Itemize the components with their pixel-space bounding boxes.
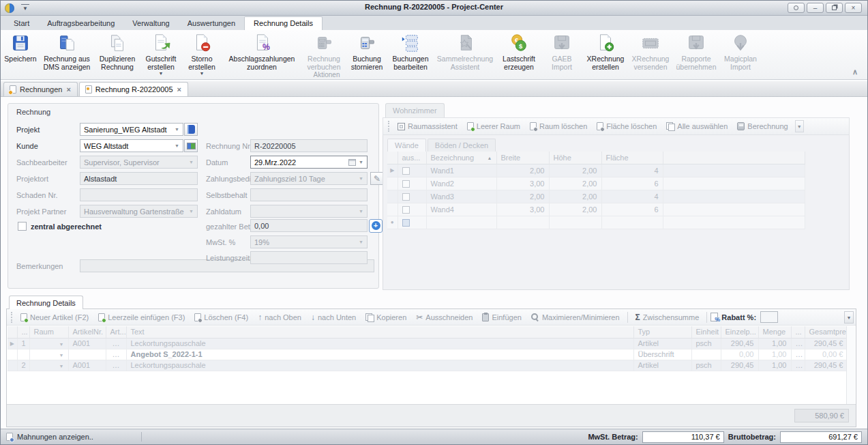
- ribbon-tab-auftragsbearbeitung[interactable]: Auftragsbearbeitung: [38, 17, 123, 30]
- delete-area-icon: [597, 122, 603, 130]
- statusbar-separator: [141, 432, 142, 442]
- duplicate-invoice-button[interactable]: Duplizieren Rechnung: [95, 31, 140, 72]
- green-dot-icon: [102, 318, 106, 323]
- current-row-icon: ▶: [387, 164, 398, 177]
- collective-invoice-wizard-button: Sammelrechnung Assistent: [433, 31, 497, 72]
- fullscreen-button[interactable]: [788, 3, 805, 13]
- wall-row: ▶ Wand1 2,00 2,00 4: [387, 164, 805, 177]
- toolbar-separator: [706, 312, 707, 323]
- mwst-betrag-label: MwSt. Betrag:: [588, 433, 638, 441]
- create-direct-debit-button[interactable]: €$ Lastschrift erzeugen: [497, 31, 541, 72]
- cash-register-cancel-icon: [357, 33, 377, 53]
- schaden-nr-field: [80, 188, 198, 201]
- rabatt-input[interactable]: [760, 311, 778, 323]
- minimize-button[interactable]: –: [807, 3, 824, 13]
- col-flaeche: Fläche: [601, 152, 663, 164]
- new-row-icon: ●: [387, 216, 398, 229]
- tab-rechnung-details[interactable]: Rechnung Details: [9, 296, 83, 309]
- close-button[interactable]: ×: [845, 3, 862, 13]
- assign-partial-payments-button[interactable]: % Abschlagszahlungen zuordnen: [222, 31, 302, 72]
- duplicate-documents-icon: [107, 33, 128, 53]
- kunde-lookup-button[interactable]: [184, 139, 198, 152]
- create-xrechnung-button[interactable]: XRechnung erstellen: [583, 31, 628, 72]
- chevron-down-icon: ▼: [59, 364, 64, 369]
- projekt-combobox[interactable]: Sanierung_WEG Altstadt▼: [80, 123, 183, 136]
- restore-button[interactable]: [826, 3, 843, 13]
- orange-dot-icon: [86, 87, 90, 91]
- toolbar-overflow-dropdown[interactable]: ▼: [844, 311, 854, 324]
- zentral-abgerechnet-checkbox[interactable]: [18, 222, 27, 231]
- green-dot-icon: [24, 318, 29, 323]
- ribbon-tab-auswertungen[interactable]: Auswertungen: [179, 17, 244, 30]
- row-checkbox: [402, 167, 410, 175]
- invoice-document-icon: [85, 85, 92, 94]
- chevron-down-icon: ▼: [189, 209, 194, 214]
- invoice-form-group: Rechnung Projekt Sanierung_WEG Altstadt▼…: [8, 103, 379, 289]
- sachbearbeiter-label: Sachbearbeiter: [16, 158, 68, 167]
- toolbar-overflow-dropdown[interactable]: ▼: [795, 120, 804, 132]
- ellipsis-button: …: [106, 338, 126, 349]
- magicplan-import-button: Magicplan Import: [719, 31, 762, 72]
- col-einzelpreis: Einzelp...: [721, 326, 758, 338]
- rechnung-nr-label: Rechnung Nr.: [206, 142, 252, 150]
- green-dot-icon: [470, 127, 475, 132]
- col-typ: Typ: [633, 326, 691, 338]
- col-bezeichnung: Bezeichnung▲: [426, 152, 496, 164]
- col-breite: Breite: [496, 152, 549, 164]
- ellipsis-button: …: [106, 349, 126, 360]
- vertical-scrollbar[interactable]: [846, 326, 855, 405]
- add-payment-button[interactable]: +: [369, 219, 383, 233]
- select-all-button: Alle auswählen: [662, 121, 732, 132]
- edit-postings-button[interactable]: Buchungen bearbeiten: [388, 31, 433, 72]
- show-invoice-from-dms-button[interactable]: Rechnung aus DMS anzeigen: [39, 31, 95, 72]
- invoice-items-table: ... Raum ArtikelNr. Art... Text Typ Einh…: [8, 326, 848, 371]
- discount-icon: %: [710, 313, 719, 321]
- book-icon: [188, 125, 195, 134]
- delete-room-button: Raum löschen: [526, 121, 591, 132]
- projekt-lookup-button[interactable]: [184, 123, 198, 136]
- doc-tab-rechnung-r20220005[interactable]: Rechnung R-20220005 ×: [79, 82, 188, 96]
- chevron-down-icon[interactable]: ▼: [175, 143, 179, 148]
- col-menge: Menge: [758, 326, 791, 338]
- col-raum: Raum: [29, 326, 68, 338]
- zentral-abgerechnet-label: zentral abgerechnet: [31, 222, 102, 231]
- selbstbehalt-label: Selbstbehalt: [206, 191, 248, 199]
- bruttobetrag-label: Bruttobetrag:: [728, 433, 776, 441]
- chevron-down-icon: ▼: [189, 160, 194, 164]
- gezahlter-betrag-field: 0,00: [250, 219, 368, 232]
- save-button[interactable]: Speichern: [2, 31, 39, 70]
- show-reminders-link[interactable]: Mahnungen anzeigen..: [6, 433, 93, 441]
- delete-area-button: Fläche löschen: [593, 121, 661, 132]
- chevron-down-icon: ▼: [359, 240, 363, 244]
- col-gesamtpreis: Gesamtpreis: [805, 326, 848, 338]
- group-title: Rechnung: [16, 108, 50, 116]
- close-tab-icon[interactable]: ×: [65, 85, 71, 94]
- details-toolbar: Neuer Artikel (F2) Leerzeile einfügen (F…: [7, 309, 856, 326]
- chevron-down-icon[interactable]: ▼: [359, 160, 363, 164]
- move-down-button: ↓nach Unten: [307, 312, 360, 323]
- save-icon: [10, 33, 31, 53]
- projektort-field: Alstastadt: [80, 172, 198, 185]
- cancel-posting-button[interactable]: Buchung stornieren: [346, 31, 388, 72]
- close-tab-icon[interactable]: ×: [177, 85, 182, 94]
- chevron-down-icon: ▼: [59, 353, 64, 358]
- window-title: Rechnung R-20220005 - Project-Center: [1, 3, 867, 11]
- wall-row: Wand4 3,00 2,00 6: [387, 203, 805, 216]
- gray-dot-icon: [198, 318, 203, 323]
- kunde-combobox[interactable]: WEG Altstadt▼: [80, 139, 183, 152]
- datum-datepicker[interactable]: 29.Mrz.2022 ▼: [250, 156, 368, 169]
- ribbon-tab-start[interactable]: Start: [5, 17, 38, 30]
- projekt-partner-combobox: Hausverwaltung Gartenstraße▼: [80, 205, 198, 218]
- ribbon-tab-rechnung-details[interactable]: Rechnung Details: [244, 16, 323, 30]
- orange-dot-icon: [8, 90, 13, 95]
- items-header-row: ... Raum ArtikelNr. Art... Text Typ Einh…: [8, 326, 848, 338]
- ribbon-tab-verwaltung[interactable]: Verwaltung: [123, 17, 178, 30]
- doc-tab-rechnungen[interactable]: Rechnungen ×: [3, 82, 78, 96]
- empty-room-button: Leerer Raum: [463, 121, 524, 132]
- chevron-down-icon[interactable]: ▼: [175, 127, 179, 132]
- calendar-icon[interactable]: [348, 159, 356, 166]
- ribbon-collapse-icon[interactable]: ∧: [852, 68, 858, 76]
- zahlungsbedingungen-edit-button[interactable]: ✎: [370, 172, 384, 185]
- ellipsis-button: …: [791, 349, 805, 360]
- wizard-document-icon: [455, 33, 475, 53]
